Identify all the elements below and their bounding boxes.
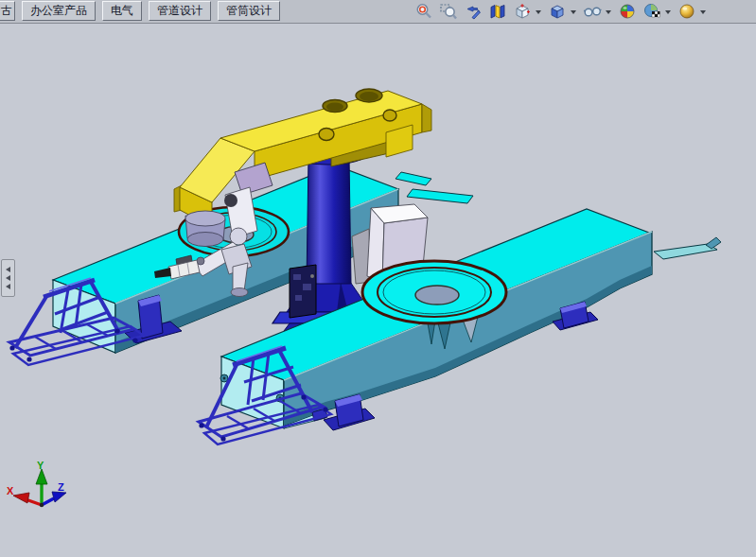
collapse-arrow-icon [6, 284, 10, 289]
section-view-icon[interactable] [487, 1, 510, 22]
triad-x-label: X [7, 485, 14, 496]
application-window: 古 办公室产品 电气 管道设计 管筒设计 [0, 0, 756, 557]
display-style-dropdown-icon[interactable] [570, 1, 579, 22]
collapse-arrow-icon [6, 275, 10, 281]
view-orientation-icon[interactable] [512, 1, 535, 22]
view-orientation-dropdown-icon[interactable] [535, 1, 544, 22]
viewport-3d[interactable]: Y X Z [0, 24, 756, 557]
hide-show-items-icon[interactable] [582, 1, 605, 22]
collapse-arrow-icon [6, 267, 10, 272]
edit-appearance-icon[interactable] [617, 1, 640, 22]
panel-splitter-button[interactable] [1, 259, 15, 297]
command-manager-toolbar: 古 办公室产品 电气 管道设计 管筒设计 [0, 0, 756, 24]
view-settings-dropdown-icon[interactable] [699, 1, 709, 22]
command-tabs: 古 办公室产品 电气 管道设计 管筒设计 [0, 1, 280, 21]
tab-electrical[interactable]: 电气 [102, 1, 142, 21]
tab-partial[interactable]: 古 [0, 1, 15, 21]
display-style-icon[interactable] [547, 1, 570, 22]
apply-scene-icon[interactable] [642, 1, 664, 22]
orientation-triad: Y X Z [7, 460, 66, 507]
tab-tubing-design[interactable]: 管筒设计 [218, 1, 280, 21]
tab-office-products[interactable]: 办公室产品 [22, 1, 96, 21]
hide-show-items-dropdown-icon[interactable] [605, 1, 614, 22]
triad-z-label: Z [58, 481, 64, 493]
zoom-to-fit-icon[interactable] [413, 1, 436, 22]
heads-up-view-toolbar [413, 1, 711, 22]
front-beam-turntable-ring [362, 261, 506, 323]
control-box [290, 265, 316, 318]
apply-scene-dropdown-icon[interactable] [664, 1, 674, 22]
zoom-to-area-icon[interactable] [438, 1, 461, 22]
previous-view-icon[interactable] [463, 1, 485, 22]
view-settings-icon[interactable] [677, 1, 699, 22]
triad-y-label: Y [37, 460, 44, 471]
tab-piping-design[interactable]: 管道设计 [149, 1, 211, 21]
